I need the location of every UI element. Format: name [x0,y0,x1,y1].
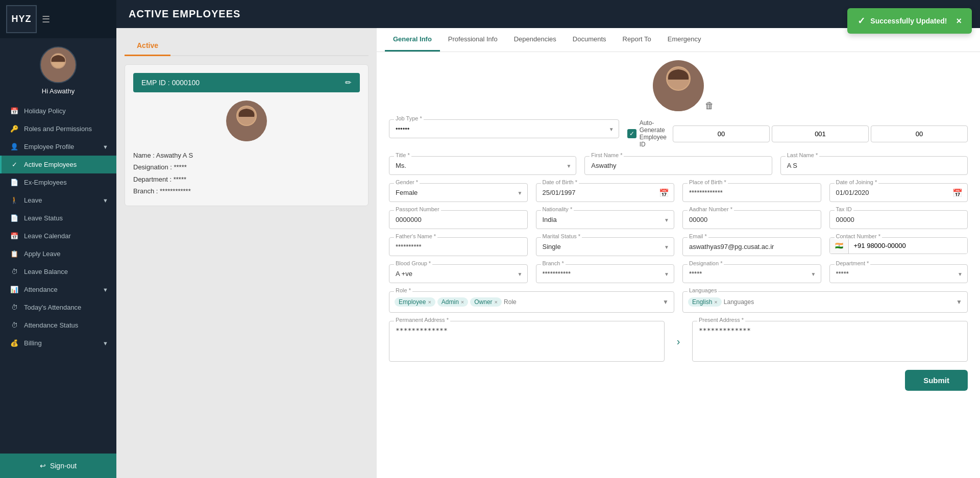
ex-employees-icon: 📄 [10,179,19,186]
emp-department: Department : ***** [133,173,360,185]
pob-input[interactable] [682,183,821,202]
hamburger-icon[interactable]: ☰ [42,14,50,25]
signout-icon: ↩ [40,462,46,470]
sidebar-item-label: Attendance [24,286,58,293]
copy-address-button[interactable]: › [671,336,686,347]
contact-input[interactable] [849,238,968,254]
languages-tags-field[interactable]: English × ▼ [682,291,968,313]
language-input[interactable] [724,298,954,306]
svg-point-9 [673,77,676,79]
present-address-input[interactable]: ************* [692,321,968,362]
sidebar-item-roles-permissions[interactable]: 🔑 Roles and Permissions [0,120,116,138]
signout-button[interactable]: ↩ Sign-out [0,454,116,478]
profile-photo-area: 🗑 [389,60,968,111]
calendar-doj-icon[interactable]: 📅 [952,188,963,197]
sidebar-item-todays-attendance[interactable]: ⏱ Today's Attendance [0,298,116,316]
role-input[interactable] [504,298,660,306]
job-type-field: Job Type * •••••• [389,119,619,148]
submit-button[interactable]: Submit [905,370,968,391]
marital-status-select[interactable]: Single [536,237,675,256]
sidebar-item-attendance[interactable]: 📊 Attendance ▼ [0,281,116,298]
apply-leave-icon: 📋 [10,250,19,258]
tab-active[interactable]: Active [125,36,170,56]
tax-id-label: Tax ID [835,206,853,212]
email-label: Email * [688,233,708,239]
sidebar-item-active-employees[interactable]: ✓ Active Employees [0,156,116,173]
passport-label: Passport Number [394,206,441,212]
tab-dependencies[interactable]: Dependencies [506,28,565,52]
svg-point-1 [46,69,69,83]
sidebar-item-leave[interactable]: 🚶 Leave ▼ [0,191,116,209]
aadhar-field: Aadhar Number * [682,210,821,229]
doj-input[interactable] [829,183,968,202]
title-select[interactable]: Ms. [389,156,576,175]
role-dropdown-icon[interactable]: ▼ [663,298,669,306]
delete-photo-button[interactable]: 🗑 [705,100,714,111]
department-select[interactable]: ***** [829,264,968,283]
logo-box: HYZ [6,5,37,33]
tab-professional-info[interactable]: Professional Info [440,28,506,52]
sidebar-item-attendance-status[interactable]: ⏱ Attendance Status [0,316,116,334]
pob-label: Place of Birth * [688,179,728,185]
fathers-name-input[interactable] [389,237,528,256]
nationality-label: Nationality * [541,206,574,212]
passport-input[interactable] [389,210,528,229]
sidebar-item-employee-profile[interactable]: 👤 Employee Profile ▼ [0,138,116,156]
job-type-select[interactable]: •••••• [389,119,619,138]
tab-emergency[interactable]: Emergency [659,28,709,52]
sidebar-item-leave-balance[interactable]: ⏱ Leave Balance [0,263,116,281]
branch-select[interactable]: *********** [536,264,675,283]
tab-documents[interactable]: Documents [565,28,615,52]
emp-designation: Designation : ***** [133,161,360,173]
gender-select[interactable]: Female [389,183,528,202]
calendar-icon[interactable]: 📅 [659,188,669,197]
email-input[interactable] [682,237,821,256]
designation-label: Designation * [688,260,724,266]
sidebar-item-label: Billing [24,339,42,347]
remove-admin-tag[interactable]: × [461,299,464,305]
svg-point-7 [661,91,696,111]
last-name-input[interactable] [780,156,968,175]
sidebar-item-billing[interactable]: 💰 Billing ▼ [0,334,116,352]
designation-field: Designation * ***** [682,264,821,283]
role-tags-field[interactable]: Employee × Admin × Owner × [389,291,674,313]
dob-input[interactable] [536,183,675,202]
sidebar-item-holiday-policy[interactable]: 📅 Holiday Policy [0,102,116,120]
emp-id-field-00[interactable] [673,125,770,142]
department-label: Department * [835,260,871,266]
sidebar-item-apply-leave[interactable]: 📋 Apply Leave [0,245,116,263]
aadhar-input[interactable] [682,210,821,229]
remove-employee-tag[interactable]: × [428,299,431,305]
present-address-label: Present Address * [697,317,745,323]
blood-group-select[interactable]: A +ve [389,264,528,283]
branch-field: Branch * *********** [536,264,675,283]
tax-id-input[interactable] [829,210,968,229]
sidebar-logo: HYZ ☰ [0,0,116,38]
tab-bar: Active [125,36,369,56]
nationality-select[interactable]: India [536,210,675,229]
sidebar-item-leave-calendar[interactable]: 📅 Leave Calendar [0,227,116,245]
todays-attendance-icon: ⏱ [10,304,19,311]
branch-label: Branch * [541,260,566,266]
blood-group-label: Blood Group * [394,260,432,266]
sidebar-item-ex-employees[interactable]: 📄 Ex-Employees [0,173,116,191]
tab-general-info[interactable]: General Info [385,28,440,52]
toast-close-button[interactable]: × [956,16,962,27]
remove-english-tag[interactable]: × [714,299,717,305]
remove-owner-tag[interactable]: × [495,299,498,305]
designation-select[interactable]: ***** [682,264,821,283]
sidebar-item-leave-status[interactable]: 📄 Leave Status [0,209,116,227]
auto-generate-checkbox[interactable]: ✓ Auto-Generate Employee ID [627,119,667,148]
role-tag-admin: Admin × [437,297,468,307]
avatar [40,46,77,83]
permanent-address-input[interactable]: ************* [389,321,665,362]
edit-icon[interactable]: ✏ [345,78,352,87]
permanent-address-field: Permanent Address * ************* [389,321,665,362]
tab-report-to[interactable]: Report To [615,28,659,52]
form-area: 🗑 Job Type * •••••• ✓ [377,52,980,478]
language-dropdown-icon[interactable]: ▼ [956,298,962,306]
role-tag-employee: Employee × [395,297,435,307]
emp-id-field-001[interactable] [772,125,869,142]
emp-id-field-000[interactable] [871,125,968,142]
department-field: Department * ***** [829,264,968,283]
